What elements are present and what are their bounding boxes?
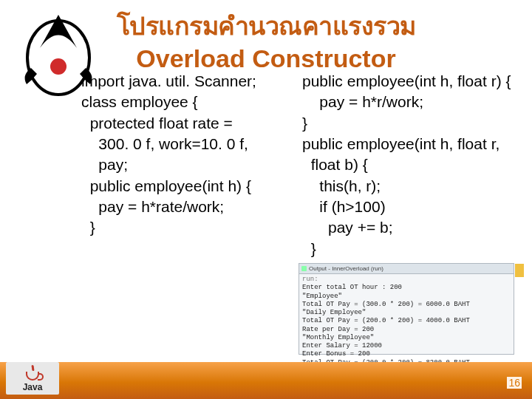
- code-line: public employee(int h, float r) {: [302, 71, 520, 92]
- console-header-text: Output - InnerOverload (run): [309, 265, 383, 272]
- code-line: class employee {: [81, 92, 299, 112]
- code-line: import java. util. Scanner;: [81, 71, 299, 92]
- code-line: float b) {: [302, 154, 520, 175]
- code-line: 300. 0 f, work=10. 0 f,: [81, 134, 299, 154]
- code-column-left: import java. util. Scanner; class employ…: [0, 71, 302, 358]
- code-line: }: [81, 217, 299, 238]
- code-line: pay;: [81, 154, 299, 175]
- steam-icon: [31, 365, 34, 371]
- code-line: pay = h*r/work;: [302, 92, 520, 112]
- slide: โปรแกรมคํานวณคาแรงรวม Overload Construct…: [0, 0, 532, 399]
- code-line: pay += b;: [302, 217, 520, 238]
- code-line: protected float rate =: [81, 113, 299, 134]
- code-line: }: [302, 113, 520, 134]
- cup-icon: [26, 372, 39, 381]
- title-thai: โปรแกรมคํานวณคาแรงรวม: [0, 6, 532, 46]
- title-block: โปรแกรมคํานวณคาแรงรวม Overload Construct…: [0, 6, 532, 73]
- console-marker: [515, 264, 524, 277]
- title-english: Overload Constructor: [0, 44, 532, 73]
- code-line: public employee(int h) {: [81, 176, 299, 197]
- code-line: if (h>100): [302, 197, 520, 217]
- code-line: pay = h*rate/work;: [81, 197, 299, 217]
- code-line: this(h, r);: [302, 176, 520, 197]
- console-header: Output - InnerOverload (run): [299, 264, 514, 274]
- java-logo: Java: [6, 362, 59, 395]
- code-line: public employee(int h, float r,: [302, 134, 520, 154]
- page-number: 16: [507, 377, 522, 389]
- run-icon: [301, 266, 307, 271]
- footer-bar: Java: [0, 362, 532, 399]
- java-logo-text: Java: [23, 382, 43, 392]
- console-output: Output - InnerOverload (run) run:Enter t…: [299, 263, 514, 355]
- code-line: }: [302, 239, 520, 259]
